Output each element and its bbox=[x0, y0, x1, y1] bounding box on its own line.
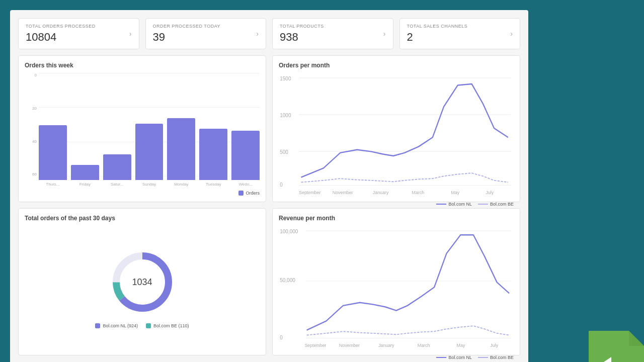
svg-text:November: November bbox=[339, 343, 360, 348]
svg-text:July: July bbox=[486, 190, 494, 195]
svg-text:May: May bbox=[457, 343, 465, 348]
y-label-60: 60 bbox=[25, 172, 37, 176]
svg-text:100,000: 100,000 bbox=[280, 228, 298, 235]
orders-30days-chart: Total orders of the past 30 days 1034 bbox=[18, 208, 266, 355]
bar-group: Thurs... bbox=[39, 125, 67, 187]
bar-group: Monday bbox=[167, 118, 195, 187]
orders-month-svg: 1500 1000 500 0 Septem bbox=[279, 73, 514, 196]
bar bbox=[103, 154, 131, 180]
revenue-month-legend: Bol.com NL Bol.com BE bbox=[279, 353, 514, 360]
svg-text:1000: 1000 bbox=[280, 112, 291, 119]
legend-line-nl-2 bbox=[436, 357, 446, 358]
svg-text:July: July bbox=[490, 343, 498, 348]
orders-month-chart: Orders per month 1500 1000 500 0 bbox=[272, 55, 520, 202]
donut-legend: Bol.com NL (924) Bol.com BE (110) bbox=[95, 323, 189, 328]
svg-text:March: March bbox=[418, 343, 430, 348]
orders-week-area: 60 40 20 0 bbox=[25, 73, 260, 196]
chevron-right-icon-0: › bbox=[129, 30, 132, 38]
bar-x-label: Wedn... bbox=[231, 182, 260, 187]
orders-month-legend: Bol.com NL Bol.com BE bbox=[279, 200, 514, 207]
legend-orders: Orders bbox=[238, 191, 260, 196]
legend-line-be-1 bbox=[478, 204, 488, 205]
legend-be-2: Bol.com BE bbox=[478, 355, 514, 360]
legend-label-be-1: Bol.com BE bbox=[490, 202, 514, 207]
bar bbox=[71, 165, 99, 180]
stat-card-channels[interactable]: TOTAL SALES CHANNELS 2 › bbox=[399, 18, 521, 49]
stat-card-products[interactable]: TOTAL PRODUCTS 938 › bbox=[272, 18, 393, 49]
legend-line-be-2 bbox=[478, 357, 488, 358]
svg-text:50,000: 50,000 bbox=[280, 277, 295, 284]
chevron-right-icon-3: › bbox=[510, 30, 513, 38]
orders-month-area: 1500 1000 500 0 Septem bbox=[279, 73, 514, 196]
bar bbox=[199, 129, 227, 180]
svg-marker-29 bbox=[589, 331, 644, 362]
donut-wrapper: 1034 bbox=[107, 247, 178, 317]
svg-text:500: 500 bbox=[280, 149, 288, 155]
donut-center-value: 1034 bbox=[132, 277, 152, 287]
bar-x-label: Thurs... bbox=[39, 182, 67, 187]
orders-30days-title: Total orders of the past 30 days bbox=[25, 215, 260, 222]
bar bbox=[135, 124, 164, 180]
y-label-40: 40 bbox=[25, 139, 37, 144]
charts-top-row: Orders this week 60 40 20 0 bbox=[18, 55, 520, 202]
y-label-20: 20 bbox=[25, 106, 37, 111]
stat-value-products: 938 bbox=[280, 31, 386, 44]
revenue-month-title: Revenue per month bbox=[279, 215, 514, 222]
bar-x-label: Sunday bbox=[135, 182, 164, 187]
bar-x-label: Monday bbox=[167, 182, 195, 187]
svg-text:March: March bbox=[412, 190, 425, 195]
svg-text:November: November bbox=[333, 190, 353, 195]
stat-value-channels: 2 bbox=[407, 31, 513, 44]
svg-text:January: January bbox=[373, 190, 389, 195]
donut-dot-be bbox=[146, 323, 151, 328]
bar-chart: 60 40 20 0 bbox=[25, 73, 260, 196]
orders-week-title: Orders this week bbox=[25, 62, 260, 69]
stat-label-total-orders: TOTAL ORDERS PROCESSED bbox=[26, 24, 132, 29]
bar bbox=[167, 118, 195, 180]
legend-line-nl-1 bbox=[436, 204, 446, 205]
bar-group: Tuesday bbox=[199, 129, 227, 187]
stats-row: TOTAL ORDERS PROCESSED 10804 › ORDER PRO… bbox=[18, 18, 520, 49]
legend-label-nl-1: Bol.com NL bbox=[448, 202, 472, 207]
revenue-month-chart: Revenue per month 100,000 50,000 0 bbox=[272, 208, 520, 355]
chevron-right-icon-2: › bbox=[383, 30, 386, 38]
donut-legend-nl: Bol.com NL (924) bbox=[95, 323, 138, 328]
y-axis: 60 40 20 0 bbox=[25, 73, 37, 176]
chevron-right-icon-1: › bbox=[256, 30, 259, 38]
svg-text:September: September bbox=[304, 343, 326, 348]
legend-label-orders: Orders bbox=[246, 191, 260, 196]
charts-bottom-row: Total orders of the past 30 days 1034 bbox=[18, 208, 520, 355]
legend-nl-2: Bol.com NL bbox=[436, 355, 472, 360]
legend-dot-orders bbox=[238, 191, 244, 196]
bar bbox=[231, 131, 260, 180]
svg-text:May: May bbox=[451, 190, 459, 195]
donut-container: 1034 Bol.com NL (924) Bol.com BE (110) bbox=[25, 226, 260, 348]
decoration-svg bbox=[579, 331, 644, 362]
bar-group: Friday bbox=[71, 165, 99, 187]
stat-label-products: TOTAL PRODUCTS bbox=[280, 24, 386, 29]
svg-text:0: 0 bbox=[280, 334, 283, 341]
donut-label-be: Bol.com BE (110) bbox=[153, 323, 189, 328]
svg-text:January: January bbox=[378, 343, 394, 348]
revenue-month-area: 100,000 50,000 0 September November bbox=[279, 226, 514, 348]
bar-x-label: Tuesday bbox=[199, 182, 227, 187]
bar-group: Satur... bbox=[103, 154, 131, 187]
svg-text:1500: 1500 bbox=[280, 75, 291, 81]
svg-text:0: 0 bbox=[280, 182, 283, 188]
legend-nl-1: Bol.com NL bbox=[436, 202, 472, 207]
svg-marker-30 bbox=[629, 331, 644, 346]
stat-card-total-orders[interactable]: TOTAL ORDERS PROCESSED 10804 › bbox=[18, 18, 139, 49]
stat-label-channels: TOTAL SALES CHANNELS bbox=[407, 24, 513, 29]
right-decoration bbox=[579, 331, 644, 362]
bar-group: Sunday bbox=[135, 124, 164, 187]
bar-group: Wedn... bbox=[231, 131, 260, 187]
stat-label-orders-today: ORDER PROCESSED TODAY bbox=[153, 24, 259, 29]
legend-label-nl-2: Bol.com NL bbox=[448, 355, 472, 360]
orders-month-title: Orders per month bbox=[279, 62, 514, 69]
bar bbox=[39, 125, 67, 180]
svg-text:September: September bbox=[299, 190, 320, 195]
stat-card-orders-today[interactable]: ORDER PROCESSED TODAY 39 › bbox=[145, 18, 267, 49]
stat-value-orders-today: 39 bbox=[153, 31, 259, 44]
bar-x-label: Satur... bbox=[103, 182, 131, 187]
legend-be-1: Bol.com BE bbox=[478, 202, 514, 207]
